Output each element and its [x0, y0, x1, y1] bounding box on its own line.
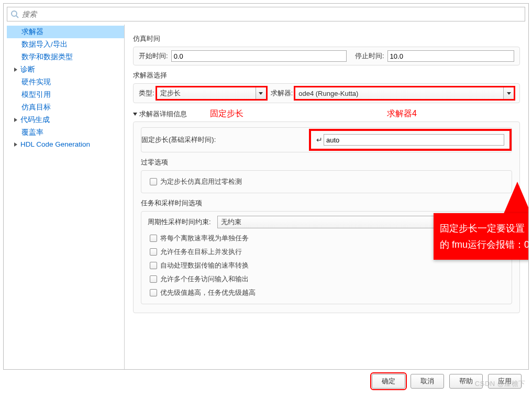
- svg-line-1: [16, 16, 18, 18]
- sidebar-item-sim-target[interactable]: 仿真目标: [7, 101, 124, 114]
- sidebar-item-hdl[interactable]: HDL Code Generation: [7, 139, 124, 150]
- chevron-right-icon: [14, 68, 17, 72]
- sidebar-item-label: 数学和数据类型: [21, 52, 73, 62]
- button-label: 应用: [498, 377, 512, 386]
- checkbox-label: 将每个离散速率视为单独任务: [160, 234, 249, 243]
- stop-time-input[interactable]: [387, 50, 514, 62]
- zero-cross-title: 过零选项: [141, 158, 512, 167]
- checkbox[interactable]: [150, 235, 157, 242]
- search-icon: [10, 10, 19, 18]
- chevron-down-icon: [259, 92, 263, 95]
- sidebar-item-label: 模型引用: [21, 90, 51, 100]
- checkbox[interactable]: [150, 275, 157, 283]
- sidebar-item-hardware[interactable]: 硬件实现: [7, 76, 124, 89]
- checkbox-label: 为定步长仿真启用过零检测: [160, 177, 242, 186]
- sidebar-item-solver[interactable]: 求解器: [7, 26, 124, 38]
- svg-point-0: [12, 11, 17, 16]
- return-icon: ↵: [316, 136, 323, 144]
- sim-time-panel: 开始时间: 停止时间:: [133, 47, 520, 65]
- dialog-body: 求解器 数据导入/导出 数学和数据类型 诊断 硬件实现 模型引用 仿真目标 代码…: [4, 25, 528, 369]
- solver-select-panel: 类型: 定步长 求解器: ode4 (Runge-Kutta): [133, 83, 520, 103]
- zero-cross-checkbox-row[interactable]: 为定步长仿真启用过零检测: [148, 175, 505, 189]
- help-button[interactable]: 帮助: [449, 374, 483, 389]
- fixed-step-input[interactable]: [324, 134, 504, 146]
- task-checkbox-row[interactable]: 自动处理数据传输的速率转换: [148, 259, 505, 272]
- cancel-button[interactable]: 取消: [411, 374, 444, 389]
- checkbox-label: 优先级值越高，任务优先级越高: [160, 288, 256, 297]
- fixed-step-highlight: ↵: [309, 129, 512, 151]
- zero-cross-panel: 为定步长仿真启用过零检测: [141, 170, 512, 193]
- start-time-input[interactable]: [171, 50, 347, 62]
- annotation-callout: 固定步长一定要设置，否则导入的 fmu运行会报错：0.001↵: [434, 213, 528, 260]
- solver-select-title: 求解器选择: [133, 71, 520, 80]
- solver-type-combo[interactable]: 定步长: [157, 87, 267, 100]
- ok-button[interactable]: 确定: [372, 374, 405, 389]
- sidebar: 求解器 数据导入/导出 数学和数据类型 诊断 硬件实现 模型引用 仿真目标 代码…: [7, 25, 125, 369]
- checkbox[interactable]: [150, 178, 157, 185]
- button-label: 确定: [382, 377, 395, 386]
- checkbox-label: 允许任务在目标上并发执行: [160, 247, 242, 257]
- fixed-step-row: 固定步长(基础采样时间): ↵: [141, 127, 512, 152]
- sidebar-item-label: HDL Code Generation: [20, 140, 90, 148]
- solver-details-title: 求解器详细信息: [139, 109, 187, 119]
- checkbox-label: 允许多个任务访问输入和输出: [160, 274, 249, 284]
- task-checkbox-row[interactable]: 允许多个任务访问输入和输出: [148, 272, 505, 286]
- sidebar-item-label: 数据导入/导出: [21, 40, 68, 49]
- annotation-fixed-step: 固定步长: [210, 108, 243, 119]
- sidebar-item-codegen[interactable]: 代码生成: [7, 114, 124, 126]
- button-label: 帮助: [459, 377, 473, 386]
- task-checkbox-row[interactable]: 优先级值越高，任务优先级越高: [148, 286, 505, 300]
- search-bar[interactable]: [7, 7, 525, 21]
- task-title: 任务和采样时间选项: [141, 198, 512, 208]
- stop-time-label: 停止时间:: [355, 51, 384, 61]
- checkbox[interactable]: [150, 289, 157, 296]
- chevron-down-icon: [133, 113, 137, 116]
- start-time-label: 开始时间:: [139, 51, 168, 61]
- apply-button[interactable]: 应用: [488, 374, 522, 389]
- config-dialog: 求解器 数据导入/导出 数学和数据类型 诊断 硬件实现 模型引用 仿真目标 代码…: [3, 3, 529, 370]
- callout-text: 固定步长一定要设置，否则导入的 fmu运行会报错：0.001: [440, 223, 528, 250]
- chevron-down-icon: [507, 92, 511, 95]
- sim-time-title: 仿真时间: [133, 34, 520, 43]
- chevron-right-icon: [14, 118, 17, 122]
- sidebar-item-label: 诊断: [20, 65, 35, 74]
- sidebar-item-label: 代码生成: [20, 115, 50, 125]
- checkbox-label: 自动处理数据传输的速率转换: [160, 261, 249, 270]
- solver-type-value: 定步长: [157, 89, 256, 98]
- checkbox[interactable]: [150, 262, 157, 269]
- button-label: 取消: [420, 377, 434, 386]
- chevron-right-icon: [14, 142, 17, 147]
- solver-details-disclosure[interactable]: 求解器详细信息 固定步长 求解器4: [133, 108, 520, 119]
- sidebar-item-diagnostics[interactable]: 诊断: [7, 63, 124, 76]
- annotation-solver4: 求解器4: [387, 108, 417, 119]
- checkbox[interactable]: [150, 248, 157, 256]
- dialog-footer: 确定 取消 帮助 应用: [0, 369, 532, 394]
- sidebar-item-model-ref[interactable]: 模型引用: [7, 89, 124, 101]
- sidebar-item-label: 仿真目标: [21, 103, 51, 112]
- solver-combo[interactable]: ode4 (Runge-Kutta): [295, 87, 514, 100]
- sidebar-item-label: 覆盖率: [21, 128, 43, 137]
- type-label: 类型:: [139, 89, 154, 98]
- sidebar-item-label: 硬件实现: [21, 78, 51, 87]
- dropdown-button[interactable]: [256, 87, 266, 99]
- sidebar-item-coverage[interactable]: 覆盖率: [7, 126, 124, 139]
- solver-label: 求解器:: [271, 89, 293, 98]
- sidebar-item-math-types[interactable]: 数学和数据类型: [7, 51, 124, 63]
- sidebar-item-data-io[interactable]: 数据导入/导出: [7, 38, 124, 51]
- search-input[interactable]: [21, 9, 522, 19]
- solver-value: ode4 (Runge-Kutta): [295, 90, 503, 97]
- sidebar-item-label: 求解器: [21, 27, 43, 37]
- periodic-label: 周期性采样时间约束:: [148, 217, 211, 227]
- main-panel: 仿真时间 开始时间: 停止时间: 求解器选择 类型: 定步长 求解器: ode4…: [125, 25, 528, 369]
- fixed-step-label: 固定步长(基础采样时间):: [141, 135, 309, 145]
- dropdown-button[interactable]: [503, 87, 514, 99]
